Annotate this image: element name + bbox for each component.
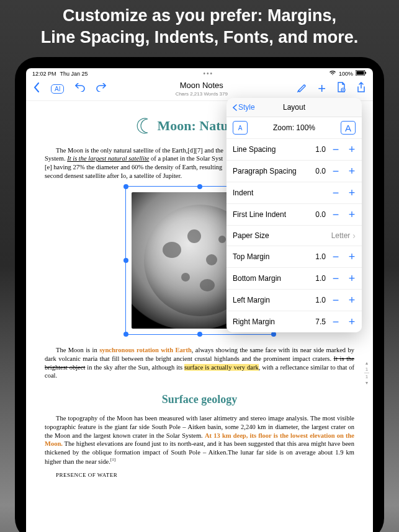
document-title[interactable]: Moon Notes	[106, 81, 297, 90]
line-spacing-value: 1.0	[315, 145, 326, 154]
footnote-ref: [1]	[110, 457, 115, 462]
row-paragraph-spacing: Paragraph Spacing 0.0 − +	[226, 161, 362, 182]
format-brush-button[interactable]	[297, 82, 307, 95]
first-line-indent-decrease[interactable]: −	[332, 209, 339, 220]
row-left-margin: Left Margin 1.0 − +	[226, 290, 362, 311]
back-button[interactable]	[34, 82, 40, 95]
paragraph-spacing-decrease[interactable]: −	[332, 166, 339, 177]
top-margin-value: 1.0	[315, 252, 326, 261]
popover-title: Layout	[283, 103, 305, 112]
indent-increase[interactable]: +	[348, 187, 356, 198]
undo-button[interactable]	[75, 83, 85, 94]
paragraph-2[interactable]: The Moon is in synchronous rotation with…	[45, 346, 354, 380]
right-margin-value: 7.5	[315, 317, 326, 326]
layout-popover: Style Layout A Zoom: 100% A Line Spacing…	[226, 98, 362, 332]
paper-size-label: Paper Size	[233, 231, 331, 240]
zoom-row: A Zoom: 100% A	[226, 117, 362, 139]
zoom-in-button[interactable]: A	[341, 121, 356, 135]
status-date: Thu Jan 25	[60, 71, 88, 77]
paragraph-spacing-value: 0.0	[315, 167, 326, 175]
multitask-dots[interactable]: •••	[204, 70, 214, 77]
paragraph-spacing-increase[interactable]: +	[348, 166, 356, 177]
row-top-margin: Top Margin 1.0 − +	[226, 246, 362, 268]
ai-button[interactable]: AI	[51, 84, 64, 94]
line-spacing-increase[interactable]: +	[348, 144, 356, 155]
share-button[interactable]	[357, 82, 365, 95]
current-page: 1	[363, 366, 370, 372]
subheading: Surface geology	[45, 392, 354, 407]
page-up-icon[interactable]: ▴	[363, 360, 370, 366]
top-margin-label: Top Margin	[233, 252, 315, 261]
first-line-indent-value: 0.0	[315, 210, 326, 219]
orange-text-1: synchronous rotation with Earth	[99, 347, 192, 353]
page-indicator[interactable]: ▴ 1 1 ▾	[363, 360, 370, 386]
section-label: PRESENCE OF WATER	[45, 472, 354, 479]
right-margin-decrease[interactable]: −	[332, 316, 339, 327]
first-line-indent-label: First Line Indent	[233, 210, 315, 219]
underlined-text: It is the largest natural satellite	[67, 155, 149, 162]
paragraph-spacing-label: Paragraph Spacing	[233, 167, 315, 175]
chevron-right-icon: ›	[352, 231, 356, 241]
zoom-out-button[interactable]: A	[233, 121, 248, 135]
wifi-icon	[329, 70, 336, 77]
row-paper-size[interactable]: Paper Size Letter ›	[226, 226, 362, 246]
left-margin-label: Left Margin	[233, 296, 315, 304]
bottom-margin-increase[interactable]: +	[348, 273, 356, 284]
paragraph-3[interactable]: The topography of the Moon has been meas…	[45, 414, 354, 465]
right-margin-label: Right Margin	[233, 317, 315, 326]
crescent-moon-icon	[137, 117, 154, 135]
row-right-margin: Right Margin 7.5 − +	[226, 311, 362, 332]
page-down-icon[interactable]: ▾	[363, 380, 370, 386]
indent-label: Indent	[233, 188, 326, 197]
battery-icon	[356, 70, 367, 77]
document-stats: Chars 2,213 Words 379	[106, 91, 297, 97]
line-spacing-label: Line Spacing	[233, 145, 315, 154]
highlighted-text: surface is actually very dark	[184, 364, 259, 371]
indent-decrease[interactable]: −	[332, 187, 339, 198]
paper-size-value: Letter	[331, 231, 351, 240]
promo-header: Customize as you prefer: Margins, Line S…	[0, 0, 399, 57]
status-time: 12:02 PM	[32, 71, 56, 77]
left-margin-value: 1.0	[315, 296, 326, 304]
promo-line-2: Line Spacing, Indents, Fonts, and more.	[12, 27, 387, 48]
left-margin-decrease[interactable]: −	[332, 295, 339, 306]
bottom-margin-label: Bottom Margin	[233, 274, 315, 283]
popover-header: Style Layout	[226, 98, 362, 117]
document-options-button[interactable]	[337, 82, 346, 95]
bottom-margin-value: 1.0	[315, 274, 326, 283]
battery-percent: 100%	[339, 71, 353, 77]
svg-rect-2	[365, 72, 366, 74]
row-first-line-indent: First Line Indent 0.0 − +	[226, 204, 362, 226]
top-margin-decrease[interactable]: −	[332, 251, 339, 262]
top-margin-increase[interactable]: +	[348, 251, 356, 262]
row-bottom-margin: Bottom Margin 1.0 − +	[226, 268, 362, 290]
ipad-frame: 12:02 PM Thu Jan 25 ••• 100% AI	[15, 57, 384, 532]
total-pages: 1	[363, 374, 370, 379]
first-line-indent-increase[interactable]: +	[348, 209, 356, 220]
ipad-screen: 12:02 PM Thu Jan 25 ••• 100% AI	[26, 68, 373, 532]
left-margin-increase[interactable]: +	[348, 295, 356, 306]
svg-rect-1	[356, 71, 364, 75]
row-line-spacing: Line Spacing 1.0 − +	[226, 139, 362, 161]
right-margin-increase[interactable]: +	[348, 316, 356, 327]
add-button[interactable]: +	[318, 81, 326, 97]
line-spacing-decrease[interactable]: −	[332, 144, 339, 155]
status-bar: 12:02 PM Thu Jan 25 ••• 100%	[26, 68, 373, 77]
bottom-margin-decrease[interactable]: −	[332, 273, 339, 284]
promo-line-1: Customize as you prefer: Margins,	[12, 5, 387, 27]
redo-button[interactable]	[96, 83, 106, 94]
row-indent: Indent − +	[226, 182, 362, 204]
popover-back-button[interactable]: Style	[233, 103, 255, 112]
zoom-label: Zoom: 100%	[273, 123, 315, 132]
